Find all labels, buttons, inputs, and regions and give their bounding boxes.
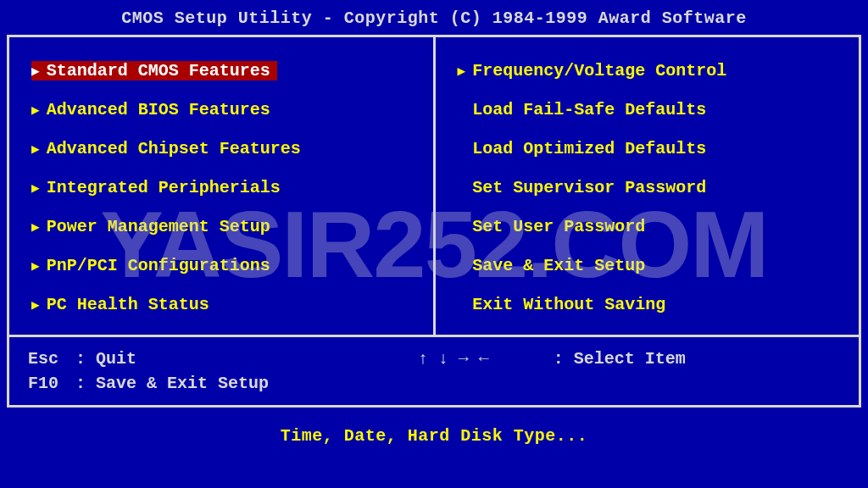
triangle-marker-icon: ▶ xyxy=(31,297,40,313)
menu-item-right-6[interactable]: ▶Exit Without Saving xyxy=(458,295,666,314)
footer-row-esc: Esc : Quit xyxy=(28,349,418,369)
menu-item-label: Set Supervisor Password xyxy=(472,178,706,197)
menu-item-left-3[interactable]: ▶Integrated Peripherials xyxy=(31,178,281,197)
menu-item-label: PC Health Status xyxy=(47,295,209,314)
menu-item-left-2[interactable]: ▶Advanced Chipset Features xyxy=(31,139,301,158)
triangle-marker-icon: ▶ xyxy=(31,63,40,80)
menu-item-label: Frequency/Voltage Control xyxy=(472,61,726,80)
footer-label-esc: : Quit xyxy=(75,349,136,369)
title-bar: CMOS Setup Utility - Copyright (C) 1984-… xyxy=(0,0,868,35)
main-area: ▶Standard CMOS Features▶Advanced BIOS Fe… xyxy=(9,37,859,337)
footer-right: ↑ ↓ → ← : Select Item xyxy=(418,349,840,393)
triangle-marker-icon: ▶ xyxy=(31,180,40,197)
menu-item-right-0[interactable]: ▶Frequency/Voltage Control xyxy=(458,61,727,80)
menu-item-left-1[interactable]: ▶Advanced BIOS Features xyxy=(31,100,270,119)
menu-item-right-4[interactable]: ▶Set User Password xyxy=(458,217,646,236)
footer-row-f10: F10 : Save & Exit Setup xyxy=(28,374,418,393)
menu-item-left-0[interactable]: ▶Standard CMOS Features xyxy=(31,61,277,80)
menu-item-label: Save & Exit Setup xyxy=(472,256,645,275)
menu-item-right-2[interactable]: ▶Load Optimized Defaults xyxy=(458,139,707,158)
triangle-marker-icon: ▶ xyxy=(458,63,466,80)
triangle-marker-icon: ▶ xyxy=(31,141,40,158)
triangle-marker-icon: ▶ xyxy=(31,219,40,236)
menu-item-left-6[interactable]: ▶PC Health Status xyxy=(31,295,209,314)
menu-item-left-5[interactable]: ▶PnP/PCI Configurations xyxy=(31,256,270,275)
menu-item-label: Standard CMOS Features xyxy=(47,61,270,80)
menu-item-left-4[interactable]: ▶Power Management Setup xyxy=(31,217,270,236)
title-text: CMOS Setup Utility - Copyright (C) 1984-… xyxy=(121,8,747,28)
menu-item-label: Set User Password xyxy=(472,217,645,236)
menu-item-label: Advanced BIOS Features xyxy=(47,100,270,119)
menu-item-right-5[interactable]: ▶Save & Exit Setup xyxy=(458,256,646,275)
triangle-marker-icon: ▶ xyxy=(31,258,40,274)
footer-key-esc: Esc xyxy=(28,349,75,369)
footer: Esc : Quit F10 : Save & Exit Setup ↑ ↓ →… xyxy=(9,337,859,405)
menu-item-label: Load Optimized Defaults xyxy=(472,139,706,158)
footer-label-arrows: : Select Item xyxy=(554,349,686,369)
menu-item-right-3[interactable]: ▶Set Supervisor Password xyxy=(458,178,707,197)
footer-row-arrows: ↑ ↓ → ← : Select Item xyxy=(418,349,840,369)
bottom-hint-text: Time, Date, Hard Disk Type... xyxy=(281,426,588,446)
menu-item-right-1[interactable]: ▶Load Fail-Safe Defaults xyxy=(458,100,707,119)
main-frame: ▶Standard CMOS Features▶Advanced BIOS Fe… xyxy=(7,35,861,408)
bottom-hint: Time, Date, Hard Disk Type... xyxy=(0,426,868,446)
footer-left: Esc : Quit F10 : Save & Exit Setup xyxy=(28,349,418,393)
menu-item-label: Load Fail-Safe Defaults xyxy=(472,100,706,119)
menu-item-label: Integrated Peripherials xyxy=(47,178,281,197)
footer-key-f10: F10 xyxy=(28,374,75,393)
footer-label-f10: : Save & Exit Setup xyxy=(75,374,269,393)
menu-item-label: Power Management Setup xyxy=(47,217,270,236)
footer-arrows: ↑ ↓ → ← xyxy=(418,349,554,369)
menu-item-label: Exit Without Saving xyxy=(472,295,665,314)
menu-item-label: Advanced Chipset Features xyxy=(47,139,301,158)
menu-column-left: ▶Standard CMOS Features▶Advanced BIOS Fe… xyxy=(9,37,436,335)
triangle-marker-icon: ▶ xyxy=(31,102,40,119)
menu-column-right: ▶Frequency/Voltage Control▶Load Fail-Saf… xyxy=(436,37,860,335)
menu-item-label: PnP/PCI Configurations xyxy=(47,256,270,275)
